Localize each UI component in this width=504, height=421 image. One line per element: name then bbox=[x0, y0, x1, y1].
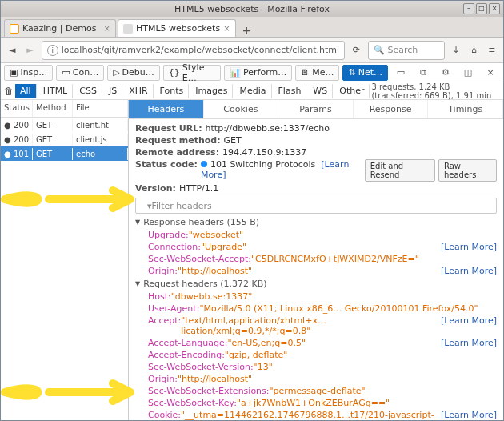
devtools-panel: ▣ Insp… ▭ Con… ▷ Debu… {} Style E… 📊 Per… bbox=[1, 63, 503, 420]
request-headers-section[interactable]: ▼Request headers (1.372 KB) bbox=[135, 279, 497, 289]
close-tab-icon[interactable]: × bbox=[223, 24, 230, 33]
learn-more-link[interactable]: [Learn More] bbox=[434, 410, 497, 420]
header-name: Sec-WebSocket-Version: bbox=[148, 362, 254, 372]
toolbox-debugger[interactable]: ▷ Debu… bbox=[107, 65, 160, 81]
learn-more-link[interactable]: [Learn More] bbox=[434, 242, 497, 252]
close-tab-icon[interactable]: × bbox=[104, 24, 110, 33]
network-summary: 3 requests, 1.24 KB (transferred: 669 B)… bbox=[371, 82, 500, 100]
header-name: Sec-WebSocket-Key: bbox=[148, 398, 237, 408]
site-info-icon[interactable]: i bbox=[47, 45, 58, 56]
network-filter-bar: 🗑 All HTML CSS JS XHR Fonts Images Media… bbox=[1, 82, 503, 100]
url-bar[interactable]: i localhost/git/ramverk2/example/websock… bbox=[42, 41, 345, 60]
learn-more-link[interactable]: [Learn More] bbox=[434, 266, 497, 276]
learn-more-link[interactable]: [Learn More] bbox=[434, 315, 497, 326]
menu-button[interactable]: ≡ bbox=[486, 41, 498, 60]
window-titlebar: HTML5 websockets - Mozilla Firefox – □ × bbox=[1, 1, 503, 17]
tab-cookies[interactable]: Cookies bbox=[204, 100, 279, 118]
browser-tab-websockets[interactable]: HTML5 websockets × bbox=[118, 19, 236, 37]
clear-button[interactable]: 🗑 bbox=[4, 86, 14, 97]
new-tab-button[interactable]: + bbox=[238, 24, 257, 37]
devtools-tool-tabs: ▣ Insp… ▭ Con… ▷ Debu… {} Style E… 📊 Per… bbox=[1, 63, 503, 82]
header-value: "websocket" bbox=[189, 230, 243, 240]
filter-html[interactable]: HTML bbox=[38, 84, 74, 98]
request-row[interactable]: ● 200 GET client.js bbox=[1, 132, 128, 146]
header-row: Sec-WebSocket-Accept: "C5DLRCNCMxfO+tJWX… bbox=[135, 253, 497, 265]
header-value: "http://localhost" bbox=[178, 266, 252, 276]
request-row-selected[interactable]: ● 101 GET echo bbox=[1, 146, 128, 161]
toolbox-memory[interactable]: 🗎 Me… bbox=[295, 65, 339, 81]
learn-more-link[interactable]: [Learn More] bbox=[434, 338, 497, 348]
nav-toolbar: ◄ ► i localhost/git/ramverk2/example/web… bbox=[1, 38, 503, 63]
tab-timings[interactable]: Timings bbox=[428, 100, 503, 118]
col-status[interactable]: Status bbox=[1, 100, 33, 117]
reload-button[interactable]: ⟳ bbox=[350, 41, 362, 60]
header-row: User-Agent: "Mozilla/5.0 (X11; Linux x86… bbox=[135, 303, 497, 315]
filter-js[interactable]: JS bbox=[104, 84, 122, 98]
header-row: Accept-Language: "en-US,en;q=0.5"[Learn … bbox=[135, 337, 497, 349]
header-value: "Upgrade" bbox=[201, 242, 246, 252]
col-file[interactable]: File bbox=[73, 100, 128, 117]
header-row: Upgrade: "websocket" bbox=[135, 229, 497, 241]
search-box[interactable]: 🔍 Search bbox=[368, 41, 445, 60]
header-row: Connection: "Upgrade"[Learn More] bbox=[135, 241, 497, 253]
devtools-close-icon[interactable]: × bbox=[481, 63, 500, 82]
header-value: "__utma=114462162.1746796888.1…t17/210-j… bbox=[181, 410, 434, 420]
devtools-split-icon[interactable]: ⧉ bbox=[414, 63, 433, 82]
tab-params[interactable]: Params bbox=[278, 100, 354, 118]
minimize-button[interactable]: – bbox=[463, 3, 474, 14]
filter-images[interactable]: Images bbox=[190, 84, 233, 98]
header-name: Host: bbox=[148, 291, 171, 302]
filter-headers-input[interactable]: ▾ Filter headers bbox=[135, 198, 497, 214]
window-title: HTML5 websockets - Mozilla Firefox bbox=[44, 4, 460, 14]
toolbox-performance[interactable]: 📊 Perform… bbox=[224, 65, 292, 81]
header-row: Accept: "text/html,application/xhtml+x…l… bbox=[135, 315, 497, 337]
filter-ws[interactable]: WS bbox=[308, 84, 333, 98]
firefox-window: HTML5 websockets - Mozilla Firefox – □ ×… bbox=[0, 0, 504, 421]
home-button[interactable]: ⌂ bbox=[467, 41, 480, 60]
header-name: Accept-Encoding: bbox=[148, 350, 225, 360]
header-value: "a+jk7WnbW1+OnkZEBurAGg==" bbox=[237, 398, 390, 408]
filter-xhr[interactable]: XHR bbox=[124, 84, 153, 98]
response-headers-section[interactable]: ▼Response headers (155 B) bbox=[135, 217, 497, 227]
toolbox-inspector[interactable]: ▣ Insp… bbox=[4, 65, 53, 81]
header-value: "permessage-deflate" bbox=[270, 386, 366, 396]
toolbox-network[interactable]: ⇅ Net… bbox=[342, 65, 388, 81]
devtools-responsive-icon[interactable]: ▭ bbox=[391, 63, 410, 82]
header-value: "dbwebb.se:1337" bbox=[171, 291, 253, 302]
filter-css[interactable]: CSS bbox=[74, 84, 102, 98]
filter-other[interactable]: Other bbox=[334, 84, 370, 98]
header-name: Origin: bbox=[148, 374, 178, 384]
header-name: Cookie: bbox=[148, 410, 181, 420]
header-value: "C5DLRCNCMxfO+tJWXIMD2/VNFzE=" bbox=[251, 254, 419, 264]
filter-fonts[interactable]: Fonts bbox=[155, 84, 190, 98]
header-name: User-Agent: bbox=[148, 303, 199, 314]
header-name: Origin: bbox=[148, 266, 178, 276]
maximize-button[interactable]: □ bbox=[476, 3, 487, 14]
raw-headers-button[interactable]: Raw headers bbox=[438, 159, 497, 182]
browser-tab-kaazing[interactable]: Kaazing | Demos × bbox=[4, 19, 116, 37]
request-row[interactable]: ● 200 GET client.ht bbox=[1, 118, 128, 132]
header-row: Host: "dbwebb.se:1337" bbox=[135, 291, 497, 303]
url-text: localhost/git/ramverk2/example/websocket… bbox=[62, 45, 339, 55]
filter-flash[interactable]: Flash bbox=[274, 84, 307, 98]
browser-tab-strip: Kaazing | Demos × HTML5 websockets × + bbox=[1, 17, 503, 38]
toolbox-console[interactable]: ▭ Con… bbox=[56, 65, 104, 81]
header-value: "Mozilla/5.0 (X11; Linux x86_6… Gecko/20… bbox=[199, 303, 478, 314]
header-value: "text/html,application/xhtml+x…lication/… bbox=[181, 315, 434, 336]
devtools-settings-icon[interactable]: ⚙ bbox=[436, 63, 455, 82]
header-row: Origin: "http://localhost"[Learn More] bbox=[135, 265, 497, 277]
devtools-dock-icon[interactable]: ◫ bbox=[458, 63, 478, 82]
filter-media[interactable]: Media bbox=[234, 84, 271, 98]
forward-button[interactable]: ► bbox=[23, 41, 36, 60]
close-window-button[interactable]: × bbox=[489, 3, 500, 14]
back-button[interactable]: ◄ bbox=[6, 41, 18, 60]
toolbox-style-editor[interactable]: {} Style E… bbox=[163, 65, 221, 81]
header-value: "en-US,en;q=0.5" bbox=[227, 338, 306, 348]
tab-headers[interactable]: Headers bbox=[129, 100, 204, 118]
status-dot-icon bbox=[201, 161, 207, 167]
tab-response[interactable]: Response bbox=[354, 100, 429, 118]
filter-all[interactable]: All bbox=[15, 84, 37, 98]
downloads-button[interactable]: ↓ bbox=[450, 41, 462, 60]
col-method[interactable]: Method bbox=[33, 100, 73, 117]
edit-resend-button[interactable]: Edit and Resend bbox=[365, 159, 435, 182]
